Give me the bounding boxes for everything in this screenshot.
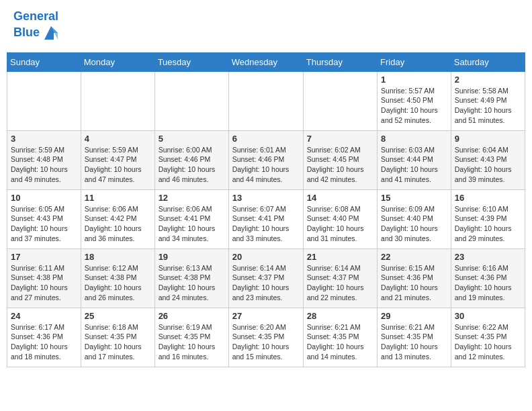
calendar-cell xyxy=(228,71,303,130)
calendar-cell: 8Sunrise: 6:03 AMSunset: 4:44 PMDaylight… xyxy=(378,130,451,189)
calendar-header-row: SundayMondayTuesdayWednesdayThursdayFrid… xyxy=(7,52,525,71)
day-info: Sunrise: 6:21 AMSunset: 4:35 PMDaylight:… xyxy=(381,322,447,362)
calendar-table: SundayMondayTuesdayWednesdayThursdayFrid… xyxy=(7,52,525,367)
calendar-cell: 26Sunrise: 6:19 AMSunset: 4:35 PMDayligh… xyxy=(154,308,228,367)
day-number: 2 xyxy=(455,75,521,85)
day-info: Sunrise: 6:19 AMSunset: 4:35 PMDaylight:… xyxy=(159,322,225,362)
calendar-week-row: 3Sunrise: 5:59 AMSunset: 4:48 PMDaylight… xyxy=(7,130,525,189)
day-info: Sunrise: 6:07 AMSunset: 4:41 PMDaylight:… xyxy=(232,204,300,244)
day-number: 22 xyxy=(381,252,447,262)
calendar-cell: 18Sunrise: 6:12 AMSunset: 4:38 PMDayligh… xyxy=(81,248,154,308)
day-number: 8 xyxy=(381,134,447,144)
calendar-cell: 28Sunrise: 6:21 AMSunset: 4:35 PMDayligh… xyxy=(303,308,377,367)
calendar-cell xyxy=(81,71,154,130)
day-number: 10 xyxy=(11,193,77,203)
day-number: 21 xyxy=(307,252,373,262)
day-number: 24 xyxy=(11,311,77,321)
day-number: 16 xyxy=(455,193,521,203)
calendar-week-row: 10Sunrise: 6:05 AMSunset: 4:43 PMDayligh… xyxy=(7,189,525,248)
day-info: Sunrise: 6:14 AMSunset: 4:37 PMDaylight:… xyxy=(232,263,300,303)
day-number: 28 xyxy=(307,311,373,321)
day-number: 19 xyxy=(159,252,225,262)
day-info: Sunrise: 6:18 AMSunset: 4:35 PMDaylight:… xyxy=(85,322,151,362)
day-info: Sunrise: 6:12 AMSunset: 4:38 PMDaylight:… xyxy=(85,263,151,303)
day-info: Sunrise: 6:03 AMSunset: 4:44 PMDaylight:… xyxy=(381,145,447,185)
calendar-cell: 4Sunrise: 5:59 AMSunset: 4:47 PMDaylight… xyxy=(81,130,154,189)
day-info: Sunrise: 6:06 AMSunset: 4:41 PMDaylight:… xyxy=(159,204,225,244)
day-info: Sunrise: 6:17 AMSunset: 4:36 PMDaylight:… xyxy=(11,322,77,362)
day-info: Sunrise: 6:22 AMSunset: 4:35 PMDaylight:… xyxy=(455,322,521,362)
day-number: 3 xyxy=(11,134,77,144)
day-number: 5 xyxy=(159,134,225,144)
day-of-week-header: Monday xyxy=(81,52,154,71)
day-info: Sunrise: 6:06 AMSunset: 4:42 PMDaylight:… xyxy=(85,204,151,244)
day-number: 7 xyxy=(307,134,373,144)
calendar-cell: 25Sunrise: 6:18 AMSunset: 4:35 PMDayligh… xyxy=(81,308,154,367)
logo: General Blue xyxy=(13,10,60,42)
calendar-week-row: 24Sunrise: 6:17 AMSunset: 4:36 PMDayligh… xyxy=(7,308,525,367)
calendar-cell: 14Sunrise: 6:08 AMSunset: 4:40 PMDayligh… xyxy=(303,189,377,248)
day-of-week-header: Tuesday xyxy=(154,52,228,71)
calendar-cell xyxy=(154,71,228,130)
calendar-cell: 2Sunrise: 5:58 AMSunset: 4:49 PMDaylight… xyxy=(451,71,525,130)
day-number: 30 xyxy=(455,311,521,321)
calendar-cell: 21Sunrise: 6:14 AMSunset: 4:37 PMDayligh… xyxy=(303,248,377,308)
day-info: Sunrise: 6:16 AMSunset: 4:36 PMDaylight:… xyxy=(455,263,521,303)
logo-icon xyxy=(42,24,60,42)
calendar-cell: 6Sunrise: 6:01 AMSunset: 4:46 PMDaylight… xyxy=(228,130,303,189)
calendar-cell: 24Sunrise: 6:17 AMSunset: 4:36 PMDayligh… xyxy=(7,308,81,367)
day-info: Sunrise: 5:59 AMSunset: 4:48 PMDaylight:… xyxy=(11,145,77,185)
calendar-cell: 22Sunrise: 6:15 AMSunset: 4:36 PMDayligh… xyxy=(378,248,451,308)
day-of-week-header: Saturday xyxy=(451,52,525,71)
calendar-cell: 10Sunrise: 6:05 AMSunset: 4:43 PMDayligh… xyxy=(7,189,81,248)
page-header: General Blue xyxy=(7,7,525,46)
day-info: Sunrise: 6:13 AMSunset: 4:38 PMDaylight:… xyxy=(159,263,225,303)
day-info: Sunrise: 6:01 AMSunset: 4:46 PMDaylight:… xyxy=(232,145,300,185)
day-number: 6 xyxy=(232,134,300,144)
day-number: 25 xyxy=(85,311,151,321)
day-of-week-header: Thursday xyxy=(303,52,377,71)
day-number: 1 xyxy=(381,75,447,85)
day-of-week-header: Friday xyxy=(378,52,451,71)
day-info: Sunrise: 6:00 AMSunset: 4:46 PMDaylight:… xyxy=(159,145,225,185)
day-of-week-header: Wednesday xyxy=(228,52,303,71)
calendar-week-row: 17Sunrise: 6:11 AMSunset: 4:38 PMDayligh… xyxy=(7,248,525,308)
day-info: Sunrise: 6:10 AMSunset: 4:39 PMDaylight:… xyxy=(455,204,521,244)
calendar-cell: 5Sunrise: 6:00 AMSunset: 4:46 PMDaylight… xyxy=(154,130,228,189)
day-number: 11 xyxy=(85,193,151,203)
calendar-cell: 23Sunrise: 6:16 AMSunset: 4:36 PMDayligh… xyxy=(451,248,525,308)
day-number: 13 xyxy=(232,193,300,203)
day-of-week-header: Sunday xyxy=(7,52,81,71)
day-number: 27 xyxy=(232,311,300,321)
calendar-cell: 30Sunrise: 6:22 AMSunset: 4:35 PMDayligh… xyxy=(451,308,525,367)
day-info: Sunrise: 6:21 AMSunset: 4:35 PMDaylight:… xyxy=(307,322,373,362)
day-number: 12 xyxy=(159,193,225,203)
calendar-cell: 20Sunrise: 6:14 AMSunset: 4:37 PMDayligh… xyxy=(228,248,303,308)
day-number: 23 xyxy=(455,252,521,262)
day-number: 15 xyxy=(381,193,447,203)
calendar-cell: 7Sunrise: 6:02 AMSunset: 4:45 PMDaylight… xyxy=(303,130,377,189)
day-number: 18 xyxy=(85,252,151,262)
day-number: 20 xyxy=(232,252,300,262)
day-info: Sunrise: 6:20 AMSunset: 4:35 PMDaylight:… xyxy=(232,322,300,362)
calendar-cell: 27Sunrise: 6:20 AMSunset: 4:35 PMDayligh… xyxy=(228,308,303,367)
calendar-cell xyxy=(303,71,377,130)
day-info: Sunrise: 6:15 AMSunset: 4:36 PMDaylight:… xyxy=(381,263,447,303)
day-info: Sunrise: 6:04 AMSunset: 4:43 PMDaylight:… xyxy=(455,145,521,185)
calendar-cell: 29Sunrise: 6:21 AMSunset: 4:35 PMDayligh… xyxy=(378,308,451,367)
calendar-cell: 11Sunrise: 6:06 AMSunset: 4:42 PMDayligh… xyxy=(81,189,154,248)
calendar-cell: 13Sunrise: 6:07 AMSunset: 4:41 PMDayligh… xyxy=(228,189,303,248)
day-number: 29 xyxy=(381,311,447,321)
day-info: Sunrise: 5:59 AMSunset: 4:47 PMDaylight:… xyxy=(85,145,151,185)
day-number: 26 xyxy=(159,311,225,321)
logo-text-blue: Blue xyxy=(13,24,60,42)
day-info: Sunrise: 6:05 AMSunset: 4:43 PMDaylight:… xyxy=(11,204,77,244)
day-number: 17 xyxy=(11,252,77,262)
calendar-cell: 15Sunrise: 6:09 AMSunset: 4:40 PMDayligh… xyxy=(378,189,451,248)
calendar-cell: 19Sunrise: 6:13 AMSunset: 4:38 PMDayligh… xyxy=(154,248,228,308)
day-info: Sunrise: 5:58 AMSunset: 4:49 PMDaylight:… xyxy=(455,86,521,126)
logo-text: General xyxy=(13,10,60,24)
day-number: 14 xyxy=(307,193,373,203)
calendar-cell: 1Sunrise: 5:57 AMSunset: 4:50 PMDaylight… xyxy=(378,71,451,130)
calendar-cell: 17Sunrise: 6:11 AMSunset: 4:38 PMDayligh… xyxy=(7,248,81,308)
